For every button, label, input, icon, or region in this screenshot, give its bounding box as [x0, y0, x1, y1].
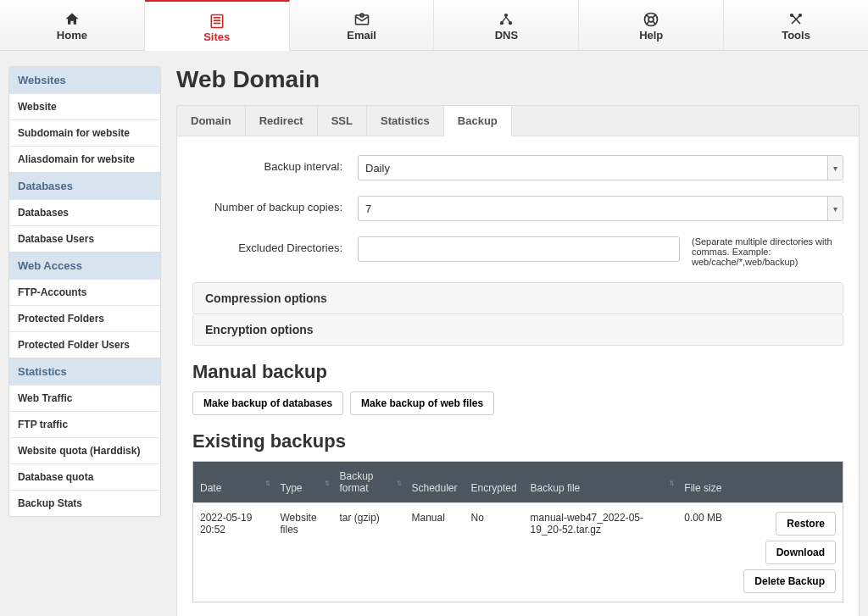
sidebar-item-database-quota[interactable]: Database quota: [9, 463, 160, 490]
col-date[interactable]: Date↑↓: [193, 462, 274, 503]
backups-table: Date↑↓ Type↑↓ Backup format↑↓ Scheduler …: [192, 461, 843, 602]
svg-line-12: [654, 14, 656, 17]
sidebar-item-protected-folder-users[interactable]: Protected Folder Users: [9, 331, 160, 358]
chevron-down-icon: [827, 197, 843, 220]
col-format[interactable]: Backup format↑↓: [333, 462, 405, 503]
svg-line-13: [646, 21, 648, 24]
email-icon: [290, 8, 434, 27]
nav-help[interactable]: Help: [579, 0, 724, 50]
sidebar-item-website-quota[interactable]: Website quota (Harddisk): [9, 437, 160, 463]
nav-email-label: Email: [290, 29, 434, 42]
sites-icon: [145, 10, 289, 29]
delete-backup-button[interactable]: Delete Backup: [743, 569, 836, 593]
svg-point-6: [504, 14, 508, 17]
select-copies-value: 7: [365, 203, 371, 215]
cell-date: 2022-05-19 20:52: [193, 503, 274, 602]
sidebar: Websites Website Subdomain for website A…: [8, 66, 161, 517]
input-excluded-directories[interactable]: [358, 236, 680, 262]
tab-domain[interactable]: Domain: [177, 106, 246, 136]
section-existing-backups-title: Existing backups: [192, 430, 843, 452]
col-actions: [737, 462, 843, 503]
sidebar-header-statistics: Statistics: [9, 358, 160, 385]
sidebar-item-website[interactable]: Website: [9, 93, 160, 119]
svg-line-14: [654, 21, 656, 24]
cell-type: Website files: [274, 503, 333, 602]
nav-dns[interactable]: DNS: [434, 0, 579, 50]
dns-icon: [434, 8, 578, 27]
home-icon: [0, 8, 144, 27]
nav-email[interactable]: Email: [290, 0, 435, 50]
nav-home[interactable]: Home: [0, 0, 145, 50]
sort-icon: ↑↓: [669, 478, 672, 487]
nav-sites[interactable]: Sites: [145, 0, 290, 51]
tab-content: Backup interval: Daily Number of backup …: [176, 136, 860, 616]
cell-file: manual-web47_2022-05-19_20-52.tar.gz: [524, 503, 678, 602]
label-backup-interval: Backup interval:: [192, 155, 358, 173]
nav-dns-label: DNS: [434, 29, 578, 42]
sort-icon: ↑↓: [325, 478, 328, 487]
label-excluded: Excluded Directories:: [192, 236, 358, 254]
col-encrypted[interactable]: Encrypted: [465, 462, 524, 503]
cell-scheduler: Manual: [405, 503, 465, 602]
sidebar-item-database-users[interactable]: Database Users: [9, 225, 160, 252]
chevron-down-icon: [827, 156, 843, 180]
col-scheduler[interactable]: Scheduler: [405, 462, 465, 503]
sidebar-item-protected-folders[interactable]: Protected Folders: [9, 305, 160, 331]
table-row: 2022-05-19 20:52 Website files tar (gzip…: [193, 503, 843, 602]
make-backup-databases-button[interactable]: Make backup of databases: [192, 391, 343, 415]
restore-button[interactable]: Restore: [776, 512, 836, 536]
panel-encryption[interactable]: Encryption options: [192, 314, 843, 346]
svg-point-16: [799, 14, 802, 16]
hint-excluded: (Separate multiple directories with comm…: [692, 236, 836, 267]
main: Web Domain Domain Redirect SSL Statistic…: [176, 66, 860, 616]
tools-icon: [724, 8, 868, 27]
tab-redirect[interactable]: Redirect: [246, 106, 318, 136]
sort-icon: ↑↓: [397, 478, 400, 487]
sidebar-item-aliasdomain[interactable]: Aliasdomain for website: [9, 146, 160, 172]
sidebar-item-backup-stats[interactable]: Backup Stats: [9, 490, 160, 516]
sidebar-header-webaccess: Web Access: [9, 252, 160, 279]
col-filesize[interactable]: File size: [677, 462, 737, 503]
svg-line-11: [646, 14, 648, 17]
sidebar-item-web-traffic[interactable]: Web Traffic: [9, 385, 160, 411]
nav-tools-label: Tools: [724, 29, 868, 42]
section-manual-backup-title: Manual backup: [192, 361, 843, 383]
svg-point-10: [648, 17, 654, 22]
col-type[interactable]: Type↑↓: [274, 462, 333, 503]
tab-statistics[interactable]: Statistics: [367, 106, 444, 136]
download-button[interactable]: Download: [765, 541, 836, 564]
cell-encrypted: No: [465, 503, 524, 602]
tab-backup[interactable]: Backup: [444, 106, 512, 136]
sidebar-item-ftp[interactable]: FTP-Accounts: [9, 279, 160, 305]
page-title: Web Domain: [176, 66, 860, 93]
make-backup-webfiles-button[interactable]: Make backup of web files: [350, 391, 494, 415]
sidebar-item-subdomain[interactable]: Subdomain for website: [9, 119, 160, 146]
tab-ssl[interactable]: SSL: [318, 106, 367, 136]
sidebar-item-ftp-traffic[interactable]: FTP traffic: [9, 411, 160, 437]
col-backup-file[interactable]: Backup file↑↓: [524, 462, 678, 503]
svg-point-15: [791, 14, 793, 16]
cell-size: 0.00 MB: [677, 503, 737, 602]
nav-help-label: Help: [579, 29, 723, 42]
label-copies: Number of backup copies:: [192, 196, 358, 214]
nav-tools[interactable]: Tools: [724, 0, 868, 50]
sidebar-header-websites: Websites: [9, 67, 160, 93]
top-nav: Home Sites Email DNS Help Tools: [0, 0, 868, 51]
nav-home-label: Home: [0, 29, 144, 42]
cell-format: tar (gzip): [333, 503, 405, 602]
tabs: Domain Redirect SSL Statistics Backup: [176, 105, 860, 136]
sidebar-header-databases: Databases: [9, 172, 160, 199]
select-backup-interval-value: Daily: [365, 162, 390, 175]
nav-sites-label: Sites: [145, 31, 289, 43]
sidebar-item-databases[interactable]: Databases: [9, 199, 160, 225]
panel-compression[interactable]: Compression options: [192, 282, 843, 314]
select-backup-interval[interactable]: Daily: [358, 155, 843, 180]
sort-icon: ↑↓: [265, 478, 269, 487]
select-copies[interactable]: 7: [358, 196, 843, 221]
help-icon: [579, 8, 723, 27]
